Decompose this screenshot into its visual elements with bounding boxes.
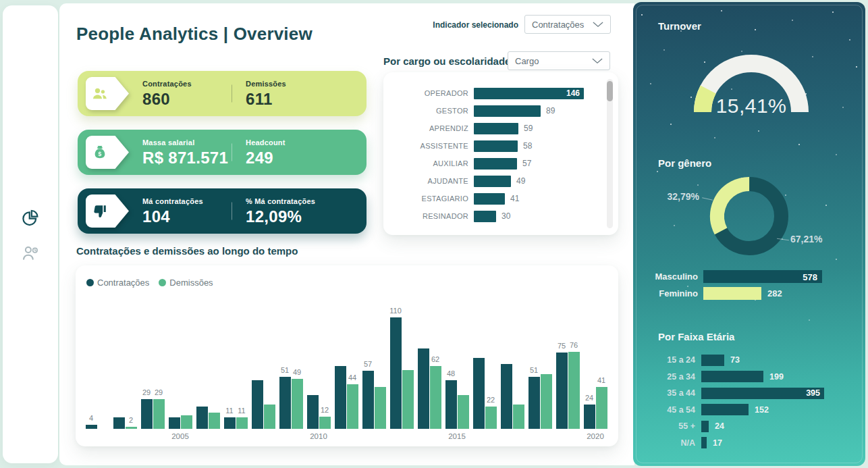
age-row: N/A17 [633, 435, 865, 452]
nav-rail [3, 5, 58, 463]
indicator-dropdown[interactable]: Contratações [524, 15, 611, 34]
bar-contratações[interactable] [252, 380, 263, 429]
bar-demissões[interactable] [181, 415, 192, 429]
bar[interactable] [474, 123, 518, 134]
nav-people-history-item[interactable] [19, 243, 42, 266]
bar-demissões[interactable]: 11 [236, 417, 248, 429]
cargo-bar-wrap: 41 [474, 193, 589, 205]
bar-contratações[interactable]: 110 [390, 317, 402, 429]
bar-contratações[interactable]: 29 [141, 399, 153, 429]
bar[interactable] [701, 404, 749, 415]
bar[interactable]: 395 [701, 388, 824, 399]
bar[interactable] [701, 371, 763, 382]
bar-value: 73 [730, 355, 740, 365]
bar[interactable]: 578 [703, 270, 822, 283]
bar-contratações[interactable]: 51 [279, 377, 291, 429]
cargo-row: AUXILIAR57 [393, 155, 589, 172]
age-bar-chart: 15 a 247325 a 3419935 a 4439545 a 541525… [633, 352, 865, 451]
bar-contratações[interactable] [196, 407, 208, 429]
bar-contratações[interactable] [113, 417, 125, 429]
age-category-label: 55 + [633, 421, 695, 431]
bar-demissões[interactable]: 41 [596, 387, 607, 429]
kpi-value: 104 [142, 207, 232, 226]
cargo-dropdown[interactable]: Cargo [508, 51, 610, 70]
bar-contratações[interactable]: 11 [224, 417, 236, 429]
bar-value: 49 [516, 176, 525, 186]
cargo-bar-wrap: 59 [474, 123, 589, 134]
bar[interactable] [474, 211, 496, 222]
kpi-label: Massa salarial [142, 138, 232, 146]
bar-contratações[interactable] [307, 395, 319, 429]
bar-demissões[interactable]: 76 [568, 352, 580, 429]
bar-demissões[interactable]: 62 [430, 366, 441, 429]
bar-value: 30 [501, 211, 510, 221]
gender-bar-masculino[interactable]: Masculino 578 [633, 270, 822, 283]
bar-contratações[interactable]: 75 [556, 353, 568, 429]
bar-demissões[interactable]: 12 [319, 417, 331, 429]
year-pair-2020: 24412020 [584, 387, 607, 429]
gender-donut[interactable] [699, 165, 800, 267]
bar[interactable] [701, 421, 709, 432]
cargo-scrollbar-track[interactable] [607, 79, 613, 228]
bar-demissões[interactable] [513, 405, 524, 429]
bar-contratações[interactable] [418, 348, 429, 429]
dashboard: People Analytics | Overview Indicador se… [0, 0, 868, 468]
bar-value: 58 [523, 141, 532, 151]
gender-bar-value: 282 [767, 288, 782, 298]
bar-contratações[interactable] [473, 358, 485, 429]
bar-contratações[interactable]: 4 [86, 425, 97, 429]
bar-contratações[interactable]: 24 [584, 405, 595, 429]
bar-demissões[interactable]: 44 [347, 384, 358, 429]
age-category-label: 25 a 34 [633, 372, 695, 382]
bar-value: 152 [755, 405, 769, 415]
cargo-scrollbar-thumb[interactable] [607, 81, 613, 101]
bar-demissões[interactable]: 2 [126, 427, 137, 429]
bar-value: 49 [293, 368, 301, 376]
bar-demissões[interactable]: 29 [153, 399, 165, 429]
bar-demissões[interactable] [458, 395, 469, 429]
turnover-title: Turnover [658, 20, 701, 32]
person-clock-icon [20, 243, 40, 266]
bar-demissões[interactable] [541, 374, 552, 429]
bar-demissões[interactable]: 49 [292, 379, 303, 429]
bar[interactable] [701, 437, 707, 448]
kpi-label: Má contratações [142, 197, 232, 205]
bar-demissões[interactable] [264, 405, 275, 429]
cargo-category-label: ESTAGIARIO [393, 194, 468, 203]
bar-demissões[interactable] [402, 370, 414, 429]
cargo-category-label: AUXILIAR [393, 159, 468, 167]
cargo-category-label: AJUDANTE [393, 177, 468, 185]
gender-bar-label: Feminino [633, 288, 698, 298]
bar[interactable] [703, 287, 761, 300]
year-pair-2006 [196, 407, 220, 429]
bar-demissões[interactable] [209, 413, 220, 429]
bar[interactable] [701, 355, 724, 366]
nav-overview-item[interactable] [19, 208, 42, 231]
bar-contratações[interactable]: 48 [445, 380, 457, 429]
cargo-row: RESINADOR30 [393, 207, 589, 225]
gender-bar-label: Masculino [633, 271, 698, 282]
time-bar-chart: Contratações Demissões 42292920051111514… [76, 265, 618, 446]
bar-value: 24 [585, 394, 593, 402]
kpi-card-payroll[interactable]: $ Massa salarial R$ 871.571 Headcount 24… [78, 130, 367, 175]
bar[interactable] [474, 140, 518, 152]
kpi-card-hires[interactable]: Contratações 860 Demissões 611 [78, 71, 367, 116]
gender-bar-feminino[interactable]: Feminino 282 [633, 287, 782, 300]
bar[interactable] [474, 158, 517, 170]
kpi-card-bad-hires[interactable]: Má contratações 104 % Má contratações 12… [78, 188, 367, 234]
bar-contratações[interactable] [501, 364, 512, 429]
bar-demissões[interactable]: 22 [485, 407, 497, 429]
cargo-category-label: APRENDIZ [393, 124, 468, 132]
bar-contratações[interactable] [335, 366, 346, 429]
bar[interactable] [474, 105, 541, 117]
bar[interactable]: 146 [474, 88, 584, 99]
bar-demissões[interactable] [375, 387, 386, 429]
bar-contratações[interactable] [169, 417, 180, 429]
x-axis-tick: 2015 [448, 432, 466, 440]
bar-contratações[interactable]: 51 [528, 377, 540, 429]
bar-contratações[interactable]: 57 [362, 371, 374, 429]
bar[interactable] [474, 176, 511, 187]
bar-value: 146 [566, 88, 580, 98]
gender-pct-masculino: 67,21% [790, 234, 822, 244]
bar[interactable] [474, 193, 505, 205]
